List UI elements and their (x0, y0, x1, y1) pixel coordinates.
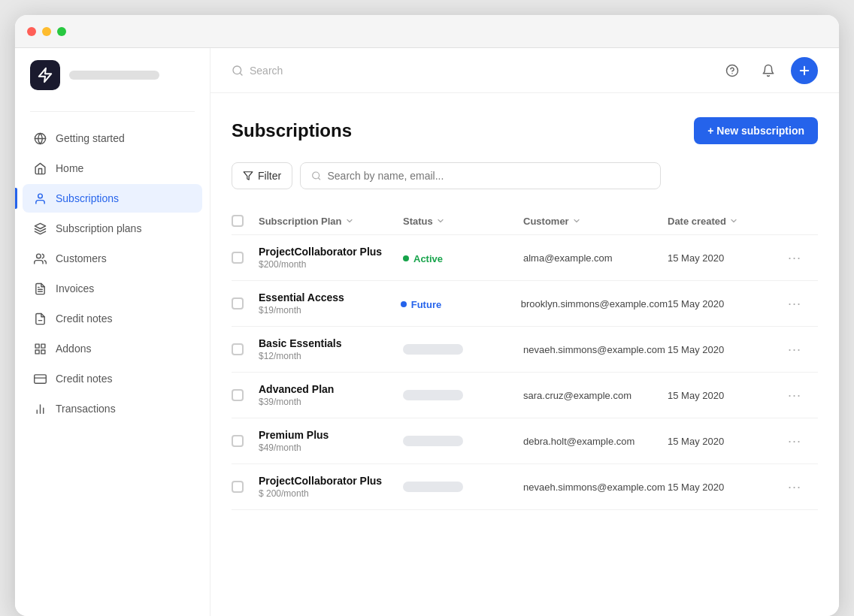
select-all-checkbox[interactable] (232, 215, 244, 227)
sidebar-item-home[interactable]: Home (23, 154, 202, 183)
sidebar-item-getting-started[interactable]: Getting started (23, 124, 202, 152)
row-more-button[interactable]: ··· (788, 433, 801, 449)
sidebar-item-label: Invoices (56, 282, 94, 294)
row-checkbox-cell (232, 389, 259, 401)
user-circle-icon (33, 192, 47, 205)
credit-card-icon (33, 372, 47, 385)
sidebar-item-label: Addons (56, 343, 91, 355)
table-row: Premium Plus $49/month debra.holt@exampl… (232, 418, 818, 464)
row-checkbox-cell (232, 435, 259, 447)
table-row: ProjectCollaborator Plus $ 200/month nev… (232, 464, 818, 510)
svg-rect-10 (41, 344, 44, 348)
sidebar-item-label: Transactions (56, 403, 116, 415)
top-search-label: Search (250, 65, 283, 77)
status-cell (403, 390, 523, 400)
maximize-dot[interactable] (57, 27, 66, 36)
row-checkbox[interactable] (232, 435, 244, 447)
plan-name: ProjectCollaborator Plus (259, 475, 403, 487)
row-checkbox[interactable] (232, 252, 244, 264)
sidebar-item-invoices[interactable]: Invoices (23, 274, 202, 303)
file-minus-icon (33, 312, 47, 325)
date-cell: 15 May 2020 (668, 344, 788, 355)
status-cell (403, 344, 523, 355)
search-icon (232, 65, 244, 77)
search-input[interactable] (327, 170, 650, 182)
minimize-dot[interactable] (42, 27, 51, 36)
sidebar-item-subscriptions[interactable]: Subscriptions (23, 184, 202, 213)
actions-cell: ··· (788, 296, 818, 312)
sidebar-item-label: Subscription plans (56, 222, 141, 234)
th-plan[interactable]: Subscription Plan (259, 216, 403, 227)
date-cell: 15 May 2020 (668, 436, 788, 447)
row-more-button[interactable]: ··· (788, 296, 801, 312)
plan-name: Advanced Plan (259, 383, 403, 395)
notifications-button[interactable] (755, 57, 782, 84)
sidebar-item-credit-notes-2[interactable]: Credit notes (23, 364, 202, 393)
svg-rect-9 (35, 344, 39, 348)
add-new-button[interactable] (791, 57, 818, 84)
actions-cell: ··· (788, 250, 818, 266)
date-cell: 15 May 2020 (668, 390, 788, 401)
sidebar-item-credit-notes-1[interactable]: Credit notes (23, 304, 202, 333)
status-loading (403, 344, 463, 355)
layers-icon (33, 222, 47, 235)
header-checkbox-cell (232, 215, 259, 227)
svg-rect-11 (41, 349, 44, 353)
top-bar: Search (210, 48, 839, 93)
logo-bar (69, 71, 159, 80)
plan-cell: Advanced Plan $39/month (259, 383, 403, 407)
sidebar-item-subscription-plans[interactable]: Subscription plans (23, 214, 202, 243)
row-checkbox[interactable] (232, 343, 244, 355)
status-badge: Future (401, 299, 441, 310)
customer-email: brooklyn.simmons@example.com (521, 298, 668, 310)
subscriptions-table: Subscription Plan Status Customer D (232, 207, 818, 510)
sidebar-item-label: Home (56, 162, 83, 174)
svg-marker-24 (244, 172, 253, 180)
row-checkbox[interactable] (232, 297, 244, 310)
filter-button[interactable]: Filter (232, 162, 292, 189)
row-checkbox[interactable] (232, 389, 244, 401)
table-row: Basic Essentials $12/month nevaeh.simmon… (232, 327, 818, 373)
close-dot[interactable] (27, 27, 36, 36)
plan-cell: Basic Essentials $12/month (259, 337, 403, 361)
sort-icon (436, 216, 445, 225)
status-loading (403, 390, 463, 400)
help-button[interactable] (719, 57, 746, 84)
row-more-button[interactable]: ··· (788, 479, 801, 495)
table-row: Advanced Plan $39/month sara.cruz@exampl… (232, 373, 818, 418)
plan-cell: ProjectCollaborator Plus $200/month (259, 246, 403, 270)
row-more-button[interactable]: ··· (788, 250, 801, 266)
plan-price: $39/month (259, 397, 403, 407)
sidebar-divider (30, 111, 195, 112)
sidebar-item-addons[interactable]: Addons (23, 334, 202, 363)
plan-cell: Premium Plus $49/month (259, 429, 403, 453)
top-search-box: Search (232, 65, 707, 77)
actions-cell: ··· (788, 388, 818, 403)
page-header: Subscriptions + New subscription (232, 117, 818, 144)
status-dot (403, 255, 409, 261)
window-controls (27, 27, 66, 36)
row-more-button[interactable]: ··· (788, 342, 801, 358)
row-checkbox[interactable] (232, 481, 244, 493)
status-dot (401, 301, 407, 307)
logo-icon (30, 60, 60, 90)
th-customer[interactable]: Customer (523, 216, 668, 227)
status-label: Active (413, 253, 443, 264)
sidebar-item-label: Credit notes (56, 313, 112, 325)
table-row: Essential Access $19/month Future brookl… (232, 281, 818, 327)
bar-chart-icon (33, 402, 47, 415)
plan-cell: Essential Access $19/month (259, 291, 401, 316)
status-cell: Future (401, 297, 521, 310)
actions-cell: ··· (788, 433, 818, 449)
plan-cell: ProjectCollaborator Plus $ 200/month (259, 475, 403, 499)
row-checkbox-cell (232, 343, 259, 355)
svg-marker-0 (39, 68, 52, 82)
new-subscription-button[interactable]: + New subscription (694, 117, 818, 144)
sidebar-item-transactions[interactable]: Transactions (23, 394, 202, 423)
th-status[interactable]: Status (403, 216, 523, 227)
sidebar-item-customers[interactable]: Customers (23, 244, 202, 273)
th-date[interactable]: Date created (668, 216, 788, 227)
row-more-button[interactable]: ··· (788, 388, 801, 403)
search-bar (300, 162, 661, 189)
search-bar-icon (311, 171, 321, 181)
